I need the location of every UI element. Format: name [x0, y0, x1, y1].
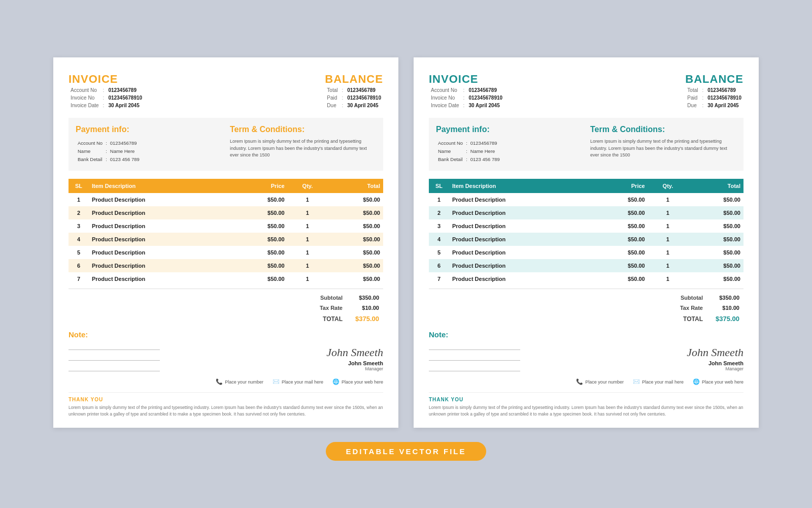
divider — [429, 289, 743, 289]
balance-value: 30 April 2045 — [706, 102, 742, 109]
row-qty: 1 — [288, 206, 327, 219]
invoice-card-right: INVOICE Account No:0123456789Invoice No:… — [414, 57, 759, 428]
meta-table-right: Total:0123456789Paid:012345678910Due:30 … — [325, 86, 383, 110]
payment-heading: Payment info: — [76, 125, 222, 134]
header-right: BALANCE Total:0123456789Paid:01234567891… — [685, 73, 743, 110]
row-total: $50.00 — [327, 246, 383, 259]
table-header-row: SL Item Description Price Qty. Total — [69, 179, 383, 193]
thank-you-label: THANK YOU — [69, 397, 383, 402]
footer-contact-item: 🌐 Place your web here — [332, 378, 383, 385]
row-total: $50.00 — [327, 219, 383, 233]
row-desc: Product Description — [449, 219, 592, 233]
footer-contact-item: 🌐 Place your web here — [693, 378, 743, 385]
meta-colon: : — [461, 94, 467, 101]
footer-icon: ✉️ — [633, 378, 640, 385]
row-desc: Product Description — [89, 206, 232, 219]
invoice-header: INVOICE Account No:0123456789Invoice No:… — [69, 73, 383, 110]
total-row: TOTAL $375.00 — [317, 313, 382, 324]
payment-colon: : — [465, 147, 468, 154]
subtotal-row: Subtotal $350.00 — [317, 293, 382, 302]
footer-icon: ✉️ — [273, 378, 280, 385]
payment-value: 0123456789 — [469, 139, 501, 146]
balance-colon: : — [700, 87, 705, 93]
table-row: 1 Product Description $50.00 1 $50.00 — [69, 193, 383, 206]
table-body: 1 Product Description $50.00 1 $50.00 2 … — [429, 193, 743, 285]
row-price: $50.00 — [232, 233, 288, 246]
total-label: TOTAL — [677, 313, 706, 324]
row-qty: 1 — [648, 246, 688, 259]
items-table: SL Item Description Price Qty. Total 1 P… — [69, 179, 383, 285]
balance-label: Total — [686, 87, 699, 93]
invoice-card-left: INVOICE Account No:0123456789Invoice No:… — [53, 57, 398, 428]
row-sl: 4 — [429, 233, 449, 246]
signature-title: Manager — [326, 366, 383, 371]
row-desc: Product Description — [89, 219, 232, 233]
row-price: $50.00 — [232, 219, 288, 233]
thank-you-section: THANK YOU Lorem Ipsum is simply dummy te… — [429, 392, 743, 418]
balance-colon: : — [340, 87, 345, 93]
row-desc: Product Description — [449, 246, 592, 259]
thank-you-text: Lorem Ipsum is simply dummy text of the … — [429, 404, 743, 418]
th-desc: Item Description — [89, 179, 232, 193]
payment-colon: : — [105, 155, 108, 163]
payment-heading: Payment info: — [436, 125, 582, 134]
row-price: $50.00 — [592, 259, 648, 272]
subtotal-row: Subtotal $350.00 — [677, 293, 742, 302]
payment-meta-table: Account No:0123456789Name:Name HereBank … — [76, 138, 142, 164]
note-line-1 — [69, 343, 160, 350]
table-row: 4 Product Description $50.00 1 $50.00 — [429, 233, 743, 246]
meta-colon: : — [101, 94, 107, 101]
footer-contact: 📞 Place your number ✉️ Place your mail h… — [429, 378, 743, 388]
payment-label: Name — [77, 147, 104, 154]
invoice-header: INVOICE Account No:0123456789Invoice No:… — [429, 73, 743, 110]
th-price: Price — [232, 179, 288, 193]
meta-label: Invoice Date — [70, 102, 100, 109]
note-line-3 — [429, 364, 520, 371]
meta-colon: : — [461, 102, 467, 109]
row-sl: 2 — [69, 206, 89, 219]
payment-colon: : — [465, 155, 468, 163]
th-sl: SL — [429, 179, 449, 193]
payment-label: Name — [437, 147, 464, 154]
invoice-title: INVOICE — [69, 73, 144, 86]
payment-value: 0123 456 789 — [109, 155, 141, 163]
footer-icon: 📞 — [216, 378, 223, 385]
note-heading: Note: — [69, 330, 326, 339]
payment-colon: : — [105, 147, 108, 154]
meta-table-left: Account No:0123456789Invoice No:01234567… — [429, 86, 504, 110]
invoice-title: INVOICE — [429, 73, 504, 86]
signature-title: Manager — [687, 366, 743, 371]
row-price: $50.00 — [592, 206, 648, 219]
row-desc: Product Description — [89, 259, 232, 272]
meta-colon: : — [101, 102, 107, 109]
table-row: 4 Product Description $50.00 1 $50.00 — [69, 233, 383, 246]
footer-contact-text: Place your mail here — [282, 379, 323, 385]
row-total: $50.00 — [688, 219, 743, 233]
meta-label: Account No — [70, 87, 100, 93]
balance-colon: : — [700, 102, 705, 109]
row-qty: 1 — [648, 219, 688, 233]
table-row: 2 Product Description $50.00 1 $50.00 — [429, 206, 743, 219]
meta-label: Invoice No — [70, 94, 100, 101]
note-lines — [429, 343, 687, 371]
meta-label: Invoice Date — [430, 102, 460, 109]
row-sl: 4 — [69, 233, 89, 246]
row-price: $50.00 — [592, 233, 648, 246]
thank-you-label: THANK YOU — [429, 397, 743, 402]
balance-value: 0123456789 — [706, 87, 742, 93]
row-total: $50.00 — [688, 272, 743, 285]
totals-section: Subtotal $350.00 Tax Rate $10.00 TOTAL $… — [429, 292, 743, 325]
row-qty: 1 — [648, 193, 688, 206]
bottom-section: Note: John Smeeth John Smeeth Manager — [429, 330, 743, 371]
total-value: $375.00 — [347, 313, 382, 324]
row-desc: Product Description — [89, 193, 232, 206]
signature-col: John Smeeth John Smeeth Manager — [326, 346, 383, 371]
taxrate-label: Tax Rate — [317, 303, 346, 312]
payment-info-col: Payment info: Account No:0123456789Name:… — [76, 125, 222, 164]
total-value: $375.00 — [707, 313, 742, 324]
row-sl: 1 — [69, 193, 89, 206]
meta-table-right: Total:0123456789Paid:012345678910Due:30 … — [685, 86, 743, 110]
balance-colon: : — [340, 94, 345, 101]
balance-label: Due — [686, 102, 699, 109]
note-line-2 — [69, 354, 160, 361]
